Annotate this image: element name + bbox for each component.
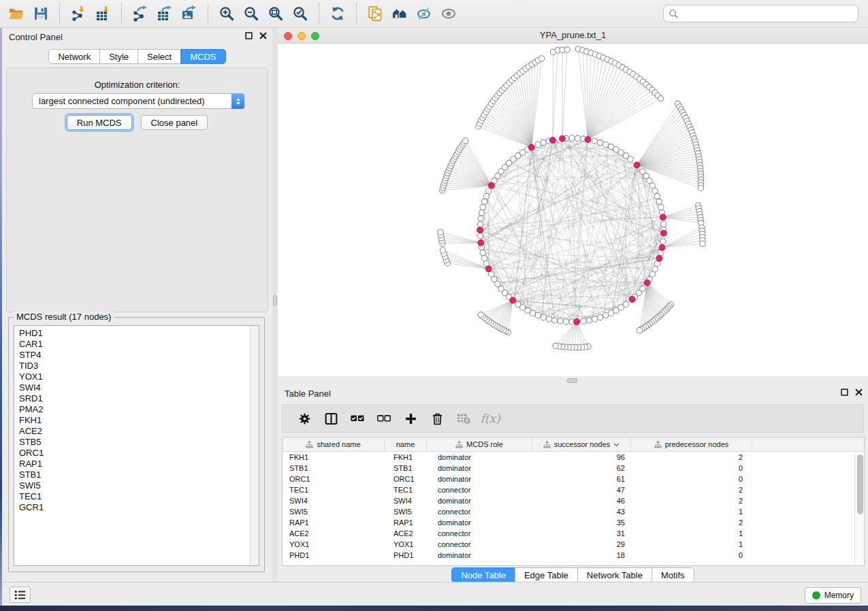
- table-scrollbar[interactable]: [854, 452, 864, 565]
- cell-mcds_role[interactable]: dominator: [427, 550, 532, 561]
- cell-name[interactable]: RAP1: [385, 517, 427, 528]
- mcds-result-item[interactable]: STB5: [19, 437, 259, 448]
- tab-select[interactable]: Select: [138, 49, 181, 64]
- cell-successor_nodes[interactable]: 96: [532, 452, 631, 463]
- zoom-in-button[interactable]: [214, 2, 239, 25]
- cell-name[interactable]: YOX1: [385, 539, 427, 550]
- mcds-result-item[interactable]: RAP1: [19, 459, 259, 469]
- cell-predecessor_nodes[interactable]: 2: [631, 484, 752, 495]
- cell-shared_name[interactable]: PHD1: [283, 550, 385, 561]
- mcds-result-item[interactable]: TID3: [19, 361, 259, 371]
- float-panel-icon[interactable]: [841, 389, 848, 396]
- cell-shared_name[interactable]: ORC1: [283, 474, 385, 484]
- scrollbar-thumb[interactable]: [857, 455, 863, 514]
- tab-network[interactable]: Network: [48, 49, 100, 64]
- select-all-rows-button[interactable]: [345, 407, 370, 430]
- column-settings-button[interactable]: [292, 407, 317, 430]
- window-maximize-icon[interactable]: [311, 32, 319, 40]
- mcds-result-item[interactable]: SWI5: [19, 480, 259, 491]
- table-row[interactable]: PHD1PHD1dominator180: [283, 550, 864, 561]
- criterion-dropdown[interactable]: largest connected component (undirected): [32, 93, 244, 109]
- tab-motifs[interactable]: Motifs: [652, 567, 694, 582]
- table-row[interactable]: TEC1TEC1connector472: [283, 484, 864, 495]
- column-header-successor-nodes[interactable]: successor nodes: [532, 437, 631, 451]
- cell-name[interactable]: FKH1: [385, 452, 427, 463]
- close-panel-icon[interactable]: [259, 32, 267, 39]
- add-column-button[interactable]: [398, 407, 423, 430]
- table-row[interactable]: RAP1RAP1dominator352: [283, 517, 864, 528]
- mcds-list-scrollbar[interactable]: [250, 326, 259, 565]
- cell-mcds_role[interactable]: connector: [427, 506, 532, 517]
- export-network-button[interactable]: [128, 2, 152, 25]
- window-minimize-icon[interactable]: [298, 32, 306, 40]
- splitter-grip[interactable]: [273, 295, 277, 306]
- cell-shared_name[interactable]: ACE2: [283, 528, 385, 539]
- cell-shared_name[interactable]: RAP1: [283, 517, 385, 528]
- mcds-result-item[interactable]: PMA2: [19, 404, 259, 415]
- save-session-button[interactable]: [29, 2, 53, 25]
- cell-predecessor_nodes[interactable]: 1: [631, 506, 752, 517]
- window-close-icon[interactable]: [284, 32, 292, 40]
- cell-successor_nodes[interactable]: 62: [532, 463, 631, 474]
- cell-mcds_role[interactable]: connector: [427, 484, 532, 495]
- mcds-result-item[interactable]: ORC1: [19, 448, 259, 459]
- cell-successor_nodes[interactable]: 47: [532, 484, 631, 495]
- cell-name[interactable]: STB1: [385, 463, 427, 474]
- column-header-MCDS-role[interactable]: MCDS role: [427, 437, 532, 451]
- table-row[interactable]: STB1STB1dominator620: [283, 463, 864, 474]
- cell-shared_name[interactable]: YOX1: [283, 539, 385, 550]
- cell-successor_nodes[interactable]: 61: [532, 474, 631, 484]
- mcds-result-item[interactable]: ACE2: [19, 426, 259, 437]
- cell-mcds_role[interactable]: dominator: [427, 495, 532, 506]
- splitter-grip[interactable]: [567, 378, 577, 383]
- search-box[interactable]: [663, 5, 858, 22]
- table-row[interactable]: SWI5SWI5connector431: [283, 506, 864, 517]
- mcds-result-item[interactable]: STP4: [19, 350, 259, 361]
- horizontal-splitter[interactable]: [278, 376, 868, 384]
- import-network-button[interactable]: [66, 2, 91, 25]
- show-all-button[interactable]: [436, 2, 461, 25]
- cell-mcds_role[interactable]: connector: [427, 528, 532, 539]
- first-neighbors-button[interactable]: [387, 2, 412, 25]
- mcds-result-item[interactable]: STB1: [19, 469, 259, 480]
- cell-mcds_role[interactable]: dominator: [427, 463, 532, 474]
- tab-node-table[interactable]: Node Table: [451, 567, 515, 582]
- table-row[interactable]: SWI4SWI4dominator462: [283, 495, 864, 506]
- cell-successor_nodes[interactable]: 43: [532, 506, 631, 517]
- deselect-all-rows-button[interactable]: [372, 407, 396, 430]
- table-row[interactable]: ACE2ACE2connector311: [283, 528, 864, 539]
- column-header-name[interactable]: name: [385, 437, 427, 451]
- open-file-button[interactable]: [4, 2, 29, 25]
- mcds-result-item[interactable]: TEC1: [19, 491, 259, 502]
- delete-column-button[interactable]: [425, 407, 449, 430]
- cell-shared_name[interactable]: SWI4: [283, 495, 385, 506]
- mcds-result-item[interactable]: CAR1: [19, 339, 259, 350]
- memory-button[interactable]: Memory: [805, 587, 861, 604]
- cell-shared_name[interactable]: SWI5: [283, 506, 385, 517]
- cell-predecessor_nodes[interactable]: 2: [631, 517, 752, 528]
- tab-edge-table[interactable]: Edge Table: [515, 567, 578, 582]
- mcds-result-list[interactable]: PHD1CAR1STP4TID3YOX1SWI4SRD1PMA2FKH1ACE2…: [14, 325, 259, 566]
- cell-successor_nodes[interactable]: 46: [532, 495, 631, 506]
- cell-predecessor_nodes[interactable]: 2: [631, 495, 752, 506]
- cell-predecessor_nodes[interactable]: 2: [631, 452, 752, 463]
- task-history-button[interactable]: [10, 587, 31, 603]
- table-row[interactable]: ORC1ORC1dominator610: [283, 474, 864, 484]
- vertical-splitter[interactable]: [272, 28, 278, 582]
- column-header-shared-name[interactable]: shared name: [283, 437, 385, 451]
- close-panel-icon[interactable]: [855, 389, 863, 396]
- mcds-result-item[interactable]: SRD1: [19, 393, 259, 404]
- cell-name[interactable]: ACE2: [385, 528, 427, 539]
- cell-name[interactable]: PHD1: [385, 550, 427, 561]
- column-header-predecessor-nodes[interactable]: predecessor nodes: [631, 437, 752, 451]
- cell-name[interactable]: SWI5: [385, 506, 427, 517]
- network-from-file-button[interactable]: [363, 2, 387, 25]
- cell-shared_name[interactable]: STB1: [283, 463, 385, 474]
- cell-mcds_role[interactable]: dominator: [427, 452, 532, 463]
- cell-name[interactable]: TEC1: [385, 484, 427, 495]
- hide-selected-button[interactable]: [412, 2, 436, 25]
- mcds-result-item[interactable]: GCR1: [19, 502, 259, 513]
- mcds-result-item[interactable]: YOX1: [19, 371, 259, 382]
- cell-successor_nodes[interactable]: 18: [532, 550, 631, 561]
- table-row[interactable]: YOX1YOX1connector291: [283, 539, 864, 550]
